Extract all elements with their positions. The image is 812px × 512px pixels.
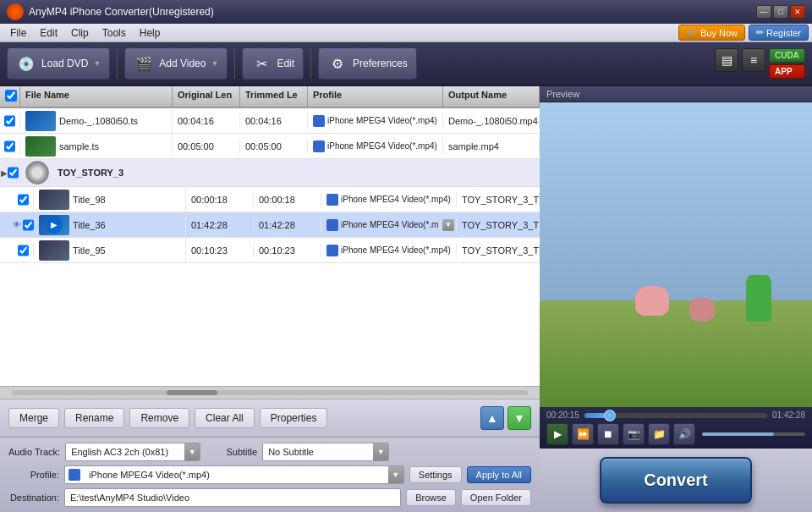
move-down-button[interactable]: ▼ bbox=[508, 406, 531, 430]
preferences-button[interactable]: ⚙ Preferences bbox=[318, 47, 417, 80]
row-2-filename: sample.ts bbox=[59, 141, 99, 151]
table-row[interactable]: Demo-_.1080i50.ts 00:04:16 00:04:16 iPho… bbox=[0, 108, 540, 134]
menu-tools[interactable]: Tools bbox=[96, 25, 133, 41]
profile-dropdown-arrow[interactable]: ▼ bbox=[388, 465, 403, 484]
seek-thumb[interactable] bbox=[604, 410, 616, 421]
scene-character-dino bbox=[746, 275, 771, 322]
add-video-button[interactable]: 🎬 Add Video ▼ bbox=[124, 47, 228, 80]
row-2-trim-length: 00:05:00 bbox=[240, 140, 308, 153]
grid-view-button[interactable]: ▤ bbox=[715, 48, 738, 72]
preview-label: Preview bbox=[540, 86, 812, 102]
load-dvd-button[interactable]: 💿 Load DVD ▼ bbox=[7, 47, 110, 80]
buy-now-button[interactable]: 🛒 Buy Now bbox=[678, 25, 745, 41]
row-1-profile-cell: iPhone MPEG4 Video(*.mp4) bbox=[308, 113, 443, 129]
row-6-profile-icon bbox=[326, 245, 338, 256]
edit-button[interactable]: ✂ Edit bbox=[242, 47, 304, 80]
menu-help[interactable]: Help bbox=[133, 25, 167, 41]
row-5-profile-icon bbox=[326, 219, 338, 231]
eye-icon: 👁 bbox=[13, 220, 21, 229]
volume-button[interactable]: 🔊 bbox=[673, 423, 695, 445]
audio-track-select[interactable]: English AC3 2ch (0x81) ▼ bbox=[65, 443, 200, 461]
menu-clip[interactable]: Clip bbox=[64, 25, 96, 41]
row-5-output: TOY_STORY_3_Title_3 bbox=[457, 218, 540, 232]
snapshot-button[interactable]: 📷 bbox=[623, 423, 645, 445]
apply-to-all-button[interactable]: Apply to All bbox=[467, 466, 531, 483]
menu-file[interactable]: File bbox=[3, 25, 33, 41]
row-dvd-filename: TOY_STORY_3 bbox=[58, 168, 123, 178]
group-collapse-icon[interactable]: ▶ bbox=[1, 168, 8, 178]
audio-subtitle-row: Audio Track: English AC3 2ch (0x81) ▼ Su… bbox=[8, 443, 531, 461]
toolbar-separator-2 bbox=[234, 48, 235, 79]
merge-button[interactable]: Merge bbox=[8, 408, 59, 428]
th-output-name: Output Name bbox=[443, 86, 540, 107]
row-5-thumbnail: ▶ bbox=[39, 215, 69, 235]
seek-track[interactable] bbox=[584, 413, 767, 418]
cart-icon: 🛒 bbox=[686, 27, 698, 38]
audio-track-dropdown-arrow[interactable]: ▼ bbox=[184, 443, 200, 461]
rename-button[interactable]: Rename bbox=[64, 408, 124, 428]
current-time: 00:20:15 bbox=[546, 410, 579, 420]
clear-all-button[interactable]: Clear All bbox=[195, 408, 255, 428]
remove-button[interactable]: Remove bbox=[129, 408, 189, 428]
select-all-checkbox[interactable] bbox=[5, 90, 17, 102]
row-2-checkbox-cell bbox=[0, 139, 20, 154]
row-1-checkbox[interactable] bbox=[4, 115, 15, 127]
add-video-dropdown-arrow[interactable]: ▼ bbox=[211, 59, 218, 68]
destination-input[interactable] bbox=[64, 488, 401, 507]
profile-select[interactable]: iPhone MPEG4 Video(*.mp4) ▼ bbox=[64, 465, 404, 484]
table-row[interactable]: Title_95 00:10:23 00:10:23 iPhone MPEG4 … bbox=[0, 238, 540, 263]
total-time: 01:42:28 bbox=[772, 410, 805, 420]
move-up-button[interactable]: ▲ bbox=[480, 406, 504, 430]
register-button[interactable]: ✏ Register bbox=[749, 25, 809, 41]
row-2-orig-length: 00:05:00 bbox=[173, 140, 240, 153]
menu-bar: File Edit Clip Tools Help 🛒 Buy Now ✏ Re… bbox=[0, 24, 812, 42]
properties-button[interactable]: Properties bbox=[260, 408, 328, 428]
row-6-name-cell: Title_95 bbox=[34, 239, 186, 262]
scene-sky bbox=[540, 102, 812, 300]
profile-dropdown-arrow[interactable]: ▼ bbox=[442, 219, 454, 231]
toolbar-separator-3 bbox=[310, 48, 311, 79]
subtitle-dropdown-arrow[interactable]: ▼ bbox=[373, 443, 388, 461]
row-5-checkbox[interactable] bbox=[23, 219, 34, 231]
cuda-badge: CUDA bbox=[769, 48, 805, 63]
table-row[interactable]: sample.ts 00:05:00 00:05:00 iPhone MPEG4… bbox=[0, 134, 540, 159]
table-row-group[interactable]: ▶ TOY_STORY_3 bbox=[0, 159, 540, 187]
list-view-button[interactable]: ≡ bbox=[742, 48, 765, 72]
menu-edit[interactable]: Edit bbox=[33, 25, 64, 41]
browse-button[interactable]: Browse bbox=[406, 489, 456, 506]
playback-area: 00:20:15 01:42:28 ▶ ⏩ ⏹ 📷 📁 🔊 bbox=[540, 407, 812, 449]
maximize-button[interactable]: □ bbox=[773, 5, 788, 19]
folder-open-button[interactable]: 📁 bbox=[648, 423, 670, 445]
hscroll-thumb[interactable] bbox=[167, 390, 217, 395]
settings-button[interactable]: Settings bbox=[409, 466, 462, 483]
row-2-checkbox[interactable] bbox=[4, 140, 15, 152]
volume-fill bbox=[702, 432, 774, 436]
load-dvd-dropdown-arrow[interactable]: ▼ bbox=[93, 59, 101, 68]
open-folder-button[interactable]: Open Folder bbox=[461, 489, 531, 506]
subtitle-select[interactable]: No Subtitle ▼ bbox=[262, 443, 389, 461]
row-6-checkbox[interactable] bbox=[18, 245, 29, 256]
table-row[interactable]: Title_98 00:00:18 00:00:18 iPhone MPEG4 … bbox=[0, 187, 540, 212]
row-1-thumbnail bbox=[25, 111, 56, 131]
close-button[interactable]: ✕ bbox=[790, 5, 805, 19]
minimize-button[interactable]: — bbox=[756, 5, 771, 19]
row-5-orig-length: 01:42:28 bbox=[186, 218, 254, 232]
row-4-checkbox[interactable] bbox=[18, 194, 29, 206]
table-row[interactable]: 👁 ▶ Title_36 01:42:28 01:42:28 iPhone MP… bbox=[0, 212, 540, 238]
stop-button[interactable]: ⏹ bbox=[597, 423, 619, 445]
row-5-filename: Title_36 bbox=[73, 220, 106, 230]
th-trimmed-length: Trimmed Le bbox=[240, 86, 308, 107]
row-4-profile-icon bbox=[326, 194, 338, 206]
row-dvd-checkbox-cell: ▶ bbox=[0, 165, 20, 180]
volume-slider[interactable] bbox=[702, 432, 805, 436]
row-1-orig-length: 00:04:16 bbox=[173, 114, 240, 128]
horizontal-scrollbar[interactable] bbox=[0, 387, 540, 399]
fast-forward-button[interactable]: ⏩ bbox=[572, 423, 594, 445]
row-2-profile-value: iPhone MPEG4 Video(*.mp4) bbox=[327, 141, 437, 151]
convert-button[interactable]: Convert bbox=[600, 457, 752, 504]
play-button[interactable]: ▶ bbox=[546, 423, 568, 445]
row-5-trim-length: 01:42:28 bbox=[254, 218, 321, 232]
row-dvd-checkbox[interactable] bbox=[8, 167, 19, 179]
profile-select-icon bbox=[69, 469, 80, 481]
row-6-filename: Title_95 bbox=[73, 245, 106, 256]
